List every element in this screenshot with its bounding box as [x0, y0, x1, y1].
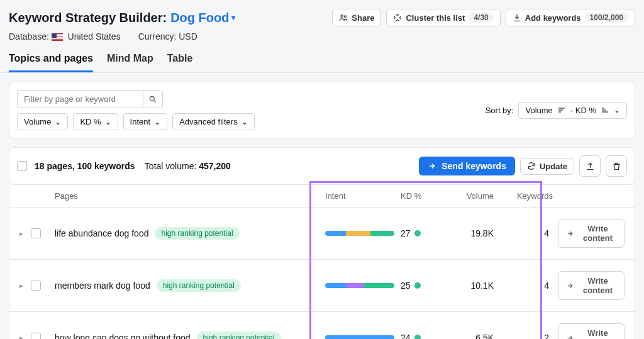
tab-table[interactable]: Table: [167, 53, 193, 72]
expand-caret-icon[interactable]: ▸: [19, 230, 23, 238]
database-label: Database:: [9, 31, 49, 42]
share-button[interactable]: Share: [332, 9, 381, 26]
arrow-right-icon: [428, 162, 436, 170]
row-checkbox[interactable]: [31, 281, 41, 291]
ranking-tag: high ranking potential: [197, 331, 281, 339]
advanced-filter[interactable]: Advanced filters ⌄: [172, 113, 255, 130]
page-title: Keyword Strategy Builder: Dog Food ▾: [9, 11, 235, 25]
search-icon: [148, 95, 157, 104]
col-pages: Pages: [52, 191, 323, 201]
chevron-down-icon: ⌄: [242, 118, 248, 126]
total-volume-value: 457,200: [199, 161, 231, 171]
total-volume-label: Total volume:: [145, 161, 196, 171]
summary-text: 18 pages, 100 keywords Total volume: 457…: [35, 161, 231, 171]
svg-point-1: [345, 16, 347, 18]
cluster-badge: 4/30: [469, 13, 493, 23]
currency-meta: Currency: USD: [138, 31, 197, 42]
sort-desc-icon: [558, 107, 565, 113]
page-name[interactable]: how long can dogs go without food: [55, 333, 191, 339]
expand-caret-icon[interactable]: ▸: [19, 334, 23, 340]
tab-topics-pages[interactable]: Topics and pages: [9, 53, 93, 72]
table-row: ▸how long can dogs go without foodhigh r…: [9, 312, 635, 339]
row-checkbox[interactable]: [31, 228, 41, 238]
volume-value: 6.5K: [448, 333, 505, 339]
tabs: Topics and pages Mind Map Table: [0, 42, 644, 73]
search-input[interactable]: [17, 90, 143, 108]
sort-asc-icon: [601, 107, 609, 113]
add-kw-label: Add keywords: [525, 13, 581, 23]
tab-mind-map[interactable]: Mind Map: [107, 53, 153, 72]
table-header: Pages Intent KD % Volume Keywords: [9, 185, 635, 208]
ranking-tag: high ranking potential: [155, 227, 239, 240]
people-icon: [339, 13, 348, 22]
table-row: ▸life abundance dog foodhigh ranking pot…: [9, 208, 635, 260]
advanced-filter-label: Advanced filters: [179, 117, 238, 126]
volume-filter-label: Volume: [24, 117, 51, 126]
write-content-label: Write content: [579, 328, 616, 339]
intent-bar: [325, 283, 394, 288]
intent-bar: [325, 335, 394, 339]
volume-value: 10.1K: [448, 281, 505, 291]
pages-kw-count: 18 pages, 100 keywords: [35, 161, 135, 171]
intent-bar: [325, 231, 394, 236]
select-all-checkbox[interactable]: [17, 161, 27, 171]
search-button[interactable]: [143, 90, 163, 108]
delete-button[interactable]: [606, 155, 627, 177]
chevron-down-icon: ⌄: [55, 118, 61, 126]
trash-icon: [612, 162, 621, 171]
chevron-down-icon: ⌄: [154, 118, 160, 126]
title-project-link[interactable]: Dog Food ▾: [170, 11, 235, 25]
arrow-right-icon: [566, 334, 574, 340]
cluster-button[interactable]: Cluster this list 4/30: [386, 9, 500, 26]
export-button[interactable]: [579, 155, 601, 177]
refresh-icon: [527, 162, 536, 170]
add-keywords-button[interactable]: Add keywords 100/2,000: [506, 9, 635, 26]
kd-value: 27: [401, 228, 411, 238]
send-keywords-button[interactable]: Send keywords: [419, 157, 515, 175]
page-name[interactable]: life abundance dog food: [55, 228, 148, 238]
share-label: Share: [352, 13, 374, 23]
chevron-down-icon: ⌄: [105, 118, 111, 126]
kd-dot-icon: [414, 230, 421, 236]
add-kw-badge: 100/2,000: [585, 13, 628, 23]
kd-filter[interactable]: KD % ⌄: [73, 113, 118, 130]
write-content-button[interactable]: Write content: [558, 271, 625, 300]
database-meta: Database: United States: [9, 31, 121, 42]
currency-value: USD: [179, 31, 197, 42]
arrow-right-icon: [566, 282, 574, 290]
kd-dot-icon: [414, 282, 421, 289]
chevron-down-icon: ▾: [231, 13, 235, 22]
write-content-label: Write content: [579, 224, 616, 243]
download-icon: [513, 13, 521, 22]
page-name[interactable]: members mark dog food: [55, 281, 150, 291]
sort-label: Sort by:: [486, 106, 514, 115]
keyword-count: 4: [505, 228, 555, 238]
chevron-down-icon: ⌄: [614, 106, 620, 114]
row-checkbox[interactable]: [31, 333, 41, 339]
write-content-button[interactable]: Write content: [558, 323, 625, 339]
intent-filter[interactable]: Intent ⌄: [123, 113, 168, 130]
title-prefix: Keyword Strategy Builder:: [9, 11, 167, 25]
kd-value: 24: [401, 333, 411, 339]
update-button[interactable]: Update: [520, 158, 574, 175]
write-content-label: Write content: [579, 276, 616, 295]
cluster-label: Cluster this list: [406, 13, 465, 23]
kd-dot-icon: [414, 335, 421, 339]
title-project-name: Dog Food: [170, 11, 229, 25]
keyword-count: 2: [505, 333, 555, 339]
volume-filter[interactable]: Volume ⌄: [17, 113, 68, 130]
volume-value: 19.8K: [448, 228, 505, 238]
col-intent: Intent: [323, 191, 398, 201]
sort-dropdown[interactable]: Volume - KD % ⌄: [518, 102, 627, 119]
currency-label: Currency:: [138, 31, 177, 42]
intent-filter-label: Intent: [130, 117, 151, 126]
cluster-icon: [393, 13, 402, 22]
table-row: ▸members mark dog foodhigh ranking poten…: [9, 260, 635, 312]
update-label: Update: [540, 162, 567, 171]
col-kd: KD %: [398, 191, 448, 201]
sort-primary: Volume: [525, 106, 552, 115]
summary-panel: 18 pages, 100 keywords Total volume: 457…: [9, 147, 635, 185]
expand-caret-icon[interactable]: ▸: [19, 282, 23, 290]
kd-value: 25: [401, 281, 411, 291]
write-content-button[interactable]: Write content: [558, 219, 625, 248]
